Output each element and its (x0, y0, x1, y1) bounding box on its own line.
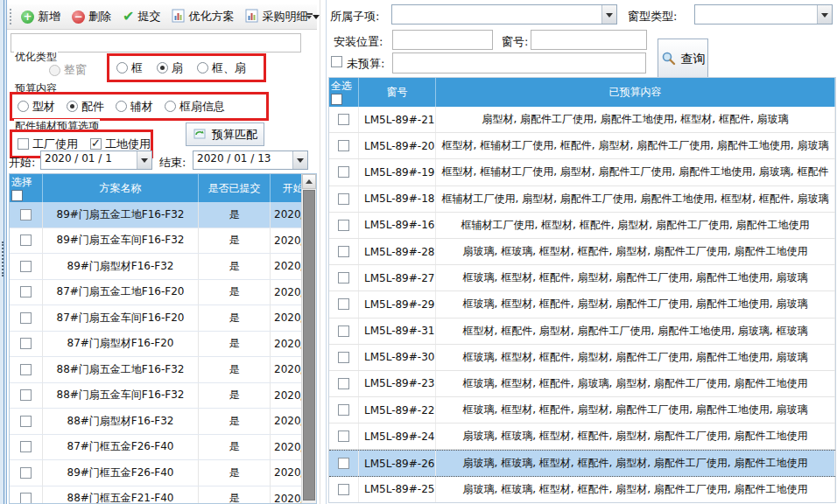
scrollbar-thumb[interactable] (303, 190, 315, 500)
row-checkbox[interactable] (20, 234, 32, 246)
start-date-picker[interactable]: 2020 / 01 / 1 (40, 150, 152, 170)
window-content-cell: 框型材, 框配件, 扇型材, 扇配件工厂使用, 扇配件工地使用, 扇玻璃, 框玻… (436, 318, 835, 344)
row-checkbox[interactable] (338, 404, 349, 416)
row-checkbox[interactable] (338, 378, 349, 389)
row-checkbox[interactable] (338, 220, 349, 231)
row-checkbox[interactable] (338, 246, 349, 257)
radio-icon[interactable] (116, 62, 128, 74)
row-checkbox[interactable] (20, 312, 32, 324)
plan-table-row[interactable]: 89#门扇型材F16-F32是2020/0 (10, 254, 316, 280)
window-table-row[interactable]: LM5L-89#-25F23扇玻璃, 框玻璃, 框型材, 框配件, 扇型材, 扇… (329, 477, 835, 503)
window-table-row[interactable]: LM5L-89#-21F19扇型材, 扇配件工厂使用, 扇配件工地使用, 框型材… (329, 107, 835, 133)
chevron-down-icon[interactable] (292, 151, 307, 169)
row-checkbox[interactable] (20, 338, 32, 349)
checkbox-icon[interactable] (90, 138, 102, 150)
checkbox-site-use[interactable]: 工地使用 (90, 136, 151, 152)
plan-table-row[interactable]: 89#门框五金F26-F40是2020/0 (10, 460, 316, 486)
row-checkbox[interactable] (338, 140, 349, 151)
radio-frame-sash-info[interactable]: 框扇信息 (165, 99, 225, 115)
row-checkbox[interactable] (20, 364, 32, 375)
chevron-down-icon[interactable] (137, 151, 151, 169)
radio-icon[interactable] (157, 62, 168, 74)
row-checkbox[interactable] (20, 493, 32, 504)
window-table-row[interactable]: LM5L-89#-31F29框型材, 框配件, 扇型材, 扇配件工厂使用, 扇配… (329, 318, 835, 345)
window-table-row[interactable]: LM5L-89#-27F25框玻璃, 框型材, 框配件, 扇型材, 扇配件工厂使… (329, 265, 835, 291)
row-checkbox[interactable] (20, 286, 32, 298)
submit-button[interactable]: 提交 (117, 5, 165, 28)
toolbar-grip[interactable] (10, 9, 12, 24)
end-date-picker[interactable]: 2020 / 01 / 13 (193, 150, 308, 170)
checkbox-icon[interactable] (18, 138, 29, 150)
radio-auxiliary[interactable]: 辅材 (116, 99, 153, 115)
window-table-row[interactable]: LM5L-89#-18F16框辅材工厂使用, 扇型材, 扇配件工厂使用, 扇配件… (329, 186, 835, 213)
chevron-down-icon[interactable] (817, 5, 832, 24)
window-table-row[interactable]: LM5L-89#-30F28框玻璃, 框型材, 框配件, 扇型材, 扇配件工厂使… (329, 345, 835, 371)
row-checkbox[interactable] (20, 389, 32, 401)
checkbox-factory-use[interactable]: 工厂使用 (18, 136, 78, 152)
plan-table-row[interactable]: 89#门扇五金车间F16-F32是2020/0 (10, 228, 316, 255)
plan-table-row[interactable]: 88#门扇五金车间F16-F32是2020/0 (10, 383, 316, 410)
radio-frame-sash[interactable]: 框、扇 (197, 60, 246, 76)
window-table-row[interactable]: LM5L-89#-22F20框玻璃, 框型材, 框配件, 扇型材, 扇配件工厂使… (329, 397, 835, 424)
window-content-cell: 框玻璃, 框型材, 框配件, 扇型材, 扇配件工厂使用, 扇配件工地使用, 扇玻… (436, 291, 835, 317)
row-checkbox[interactable] (20, 416, 32, 427)
query-button[interactable]: 查询 (658, 38, 708, 80)
budget-match-button[interactable]: 预算匹配 (186, 122, 264, 146)
window-table-row[interactable]: LM5L-89#-24F22扇玻璃, 框玻璃, 框型材, 框配件, 扇型材, 扇… (329, 424, 835, 450)
chevron-down-icon[interactable] (601, 5, 616, 24)
radio-icon[interactable] (67, 101, 78, 112)
row-checkbox[interactable] (338, 430, 349, 442)
window-table-row[interactable]: LM5L-89#-16F15框辅材工厂使用, 框型材, 框配件, 扇型材, 扇配… (329, 213, 835, 239)
row-checkbox[interactable] (20, 261, 32, 272)
radio-icon[interactable] (116, 101, 127, 112)
add-button[interactable]: 新增 (16, 5, 66, 28)
window-type-select[interactable] (694, 4, 833, 24)
plan-table-scrollbar[interactable] (301, 174, 316, 503)
row-checkbox[interactable] (20, 467, 32, 479)
radio-accessory[interactable]: 配件 (67, 99, 104, 115)
row-checkbox[interactable] (338, 193, 349, 205)
plan-table-row[interactable]: 87#门扇五金工地F16-F20是2020/0 (10, 280, 316, 306)
plan-table-row[interactable]: 89#门扇五金工地F16-F32是2020/0 (10, 202, 316, 228)
window-table-row[interactable]: LM5L-89#-19F17框型材, 框辅材工厂使用, 扇型材, 扇配件工厂使用… (329, 159, 835, 186)
radio-profile[interactable]: 型材 (18, 99, 55, 115)
plan-table-row[interactable]: 88#门扇五金工地F16-F32是2020/0 (10, 357, 316, 383)
row-checkbox[interactable] (338, 114, 349, 125)
window-no-input[interactable] (531, 30, 647, 50)
radio-icon[interactable] (165, 101, 176, 112)
plan-table-row[interactable]: 88#门扇型材F16-F32是2020/0 (10, 409, 316, 435)
plan-table-row[interactable]: 88#门框五金F21-F40是2020/0 (10, 486, 316, 504)
plan-table-row[interactable]: 87#门扇型材F16-F20是2020/0 (10, 332, 316, 358)
row-checkbox[interactable] (338, 298, 349, 310)
not-budgeted-checkbox[interactable] (331, 56, 342, 67)
row-checkbox[interactable] (20, 209, 32, 220)
select-all-checkbox[interactable] (11, 190, 23, 201)
plan-table-row[interactable]: 87#门扇五金车间F16-F20是2020/0 (10, 305, 316, 332)
window-table-row[interactable]: LM5L-89#-28F26扇玻璃, 框玻璃, 框型材, 框配件, 扇型材, 扇… (329, 239, 835, 265)
row-checkbox[interactable] (338, 326, 349, 337)
window-table-row[interactable]: LM5L-89#-29F27框玻璃, 框型材, 框配件, 扇型材, 扇配件工厂使… (329, 291, 835, 318)
splitter-grip[interactable] (2, 242, 4, 276)
select-all-checkbox[interactable] (331, 94, 342, 105)
window-table-row[interactable]: LM5L-89#-20F18框型材, 框辅材工厂使用, 框配件, 扇型材, 扇配… (329, 133, 835, 159)
row-checkbox[interactable] (338, 166, 349, 178)
row-checkbox[interactable] (338, 272, 349, 284)
row-checkbox[interactable] (338, 352, 349, 363)
optimize-plan-button[interactable]: 优化方案 (166, 5, 239, 29)
delete-button[interactable]: 删除 (67, 5, 116, 28)
radio-sash[interactable]: 扇 (157, 60, 183, 76)
window-table-row[interactable]: LM5L-89#-26F24扇玻璃, 框玻璃, 框型材, 框配件, 扇型材, 扇… (329, 450, 835, 476)
radio-icon[interactable] (18, 101, 29, 112)
sub-item-select[interactable] (391, 4, 617, 24)
toolbar-overflow-button[interactable] (303, 10, 315, 25)
plan-table-row[interactable]: 87#门框五金F26-F40是2020/0 (10, 435, 316, 461)
radio-frame[interactable]: 框 (116, 60, 143, 76)
row-checkbox[interactable] (20, 441, 32, 452)
install-location-input[interactable] (392, 30, 493, 50)
window-table-row[interactable]: LM5L-89#-23F21框玻璃, 框型材, 框配件, 扇玻璃, 扇型材, 扇… (329, 371, 835, 397)
row-checkbox[interactable] (338, 458, 349, 469)
radio-icon[interactable] (197, 62, 208, 74)
row-checkbox[interactable] (338, 484, 349, 495)
scroll-up-icon[interactable] (302, 174, 316, 189)
not-budgeted-input[interactable] (392, 52, 646, 74)
